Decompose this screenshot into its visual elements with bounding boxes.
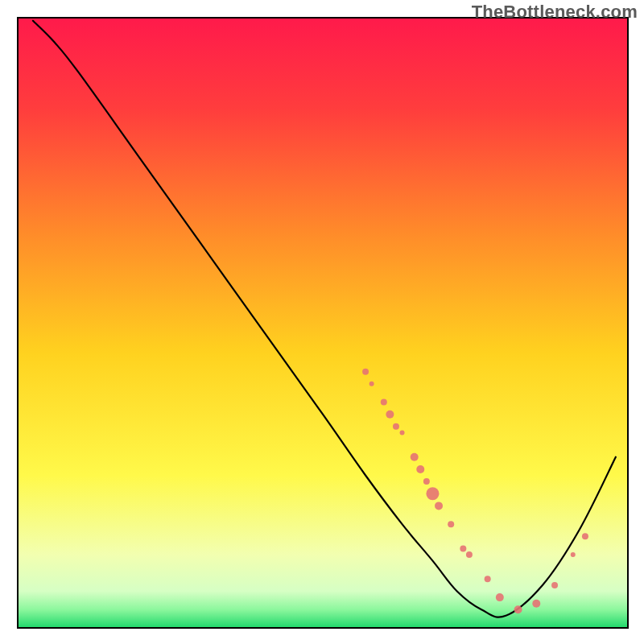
marker-dot [393, 423, 399, 430]
marker-dot [411, 453, 419, 461]
marker-dot [362, 369, 369, 375]
marker-dot [496, 593, 504, 601]
marker-dot [460, 545, 466, 551]
marker-dot [369, 382, 374, 386]
marker-dot [514, 605, 522, 613]
bottleneck-chart [0, 0, 644, 644]
marker-dot [416, 465, 424, 473]
marker-dot [400, 430, 405, 435]
marker-dot [448, 521, 454, 527]
marker-dot [426, 487, 439, 500]
marker-dot [532, 600, 540, 608]
marker-dot [435, 502, 443, 510]
marker-dot [386, 411, 394, 419]
marker-dot [485, 576, 491, 582]
marker-dot [423, 478, 430, 485]
marker-dot [466, 551, 473, 558]
marker-dot [551, 582, 558, 588]
plot-background [18, 18, 628, 628]
chart-stage: TheBottleneck.com [0, 0, 644, 644]
marker-dot [582, 533, 588, 539]
marker-dot [571, 552, 576, 557]
watermark-text: TheBottleneck.com [472, 2, 638, 23]
marker-dot [381, 399, 387, 406]
